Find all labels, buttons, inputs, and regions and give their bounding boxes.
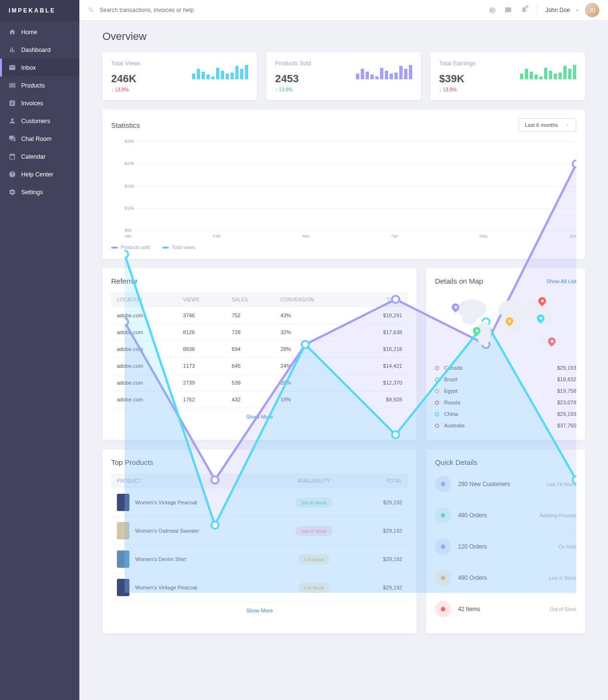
nav-products[interactable]: Products	[0, 76, 79, 94]
statistics-title: Statistics	[111, 121, 140, 129]
kpi-card: Total Views246K↓ 13.8%	[102, 52, 257, 100]
kpi-label: Total Earnings	[439, 60, 476, 67]
notification-icon[interactable]	[520, 6, 528, 15]
svg-point-7	[211, 522, 218, 529]
kpi-label: Total Views	[111, 60, 140, 67]
kpi-change: ↓ 13.8%	[111, 87, 140, 92]
nav-chat-room[interactable]: Chat Room	[0, 130, 79, 148]
brand-logo: IMPEKABLE	[0, 0, 79, 21]
svg-point-13	[462, 313, 477, 325]
statistics-card: Statistics Last 6 months $25k$20k$15k$10…	[102, 110, 585, 259]
sidebar: IMPEKABLE HomeDashboardInboxProductsInvo…	[0, 0, 79, 700]
search-input[interactable]	[100, 7, 244, 13]
kpi-value: 2453	[275, 73, 311, 85]
svg-point-6	[125, 250, 128, 258]
nav-inbox[interactable]: Inbox	[0, 59, 79, 76]
kpi-card: Products Sold2453↑ 13.8%	[266, 52, 421, 100]
kpi-card: Total Earnings$39K↓ 13.8%	[431, 52, 585, 100]
invoice-icon	[9, 100, 16, 107]
nav-settings[interactable]: Settings	[0, 183, 79, 201]
nav-help-center[interactable]: Help Center	[0, 165, 79, 183]
svg-point-1	[211, 476, 218, 484]
kpi-value: $39K	[439, 73, 476, 85]
search-box	[88, 7, 489, 13]
kpi-label: Products Sold	[275, 60, 311, 67]
statistics-chart: $25k$20k$15k$10k$5k JanFebMarAprMayJun	[111, 141, 576, 242]
svg-point-3	[392, 296, 399, 303]
kpi-value: 246K	[111, 73, 140, 85]
user-menu[interactable]: John Doe JD	[545, 3, 599, 17]
user-name: John Doe	[545, 7, 570, 13]
nav-invoices[interactable]: Invoices	[0, 94, 79, 112]
topbar: John Doe JD	[79, 0, 608, 21]
kpi-change: ↑ 13.8%	[275, 87, 311, 92]
world-map	[435, 292, 576, 355]
quick-detail-item[interactable]: 42 ItemsOut of Stock	[435, 594, 576, 625]
nav-list: HomeDashboardInboxProductsInvoicesCustom…	[0, 21, 79, 201]
chat-icon[interactable]	[505, 7, 512, 14]
barcode-icon	[9, 82, 16, 89]
nav-customers[interactable]: Customers	[0, 112, 79, 130]
globe-icon[interactable]	[489, 7, 496, 14]
mail-icon	[9, 64, 16, 71]
bars-icon	[9, 46, 16, 53]
calendar-icon	[9, 153, 16, 160]
kpi-sparkline	[356, 60, 412, 79]
nav-home[interactable]: Home	[0, 23, 79, 41]
user-icon	[9, 117, 16, 125]
kpi-sparkline	[192, 60, 248, 79]
range-dropdown[interactable]: Last 6 months	[519, 118, 576, 132]
svg-point-24	[441, 607, 445, 611]
svg-point-8	[302, 341, 309, 348]
home-icon	[9, 28, 16, 36]
nav-dashboard[interactable]: Dashboard	[0, 41, 79, 59]
avatar: JD	[585, 3, 599, 17]
nav-calendar[interactable]: Calendar	[0, 148, 79, 165]
kpi-sparkline	[520, 60, 576, 79]
page-title: Overview	[102, 30, 585, 43]
kpi-change: ↓ 13.8%	[439, 87, 476, 92]
map-svg	[435, 292, 576, 355]
svg-point-9	[392, 431, 399, 438]
search-icon	[88, 7, 95, 13]
svg-point-5	[572, 160, 576, 167]
chevron-down-icon	[574, 7, 581, 14]
help-icon	[9, 171, 16, 178]
chevron-down-icon	[565, 123, 570, 127]
gear-icon	[9, 188, 16, 196]
chat-icon	[9, 135, 16, 142]
divider	[536, 5, 537, 15]
svg-point-11	[572, 476, 576, 484]
products-show-more[interactable]: Show More	[111, 602, 408, 619]
